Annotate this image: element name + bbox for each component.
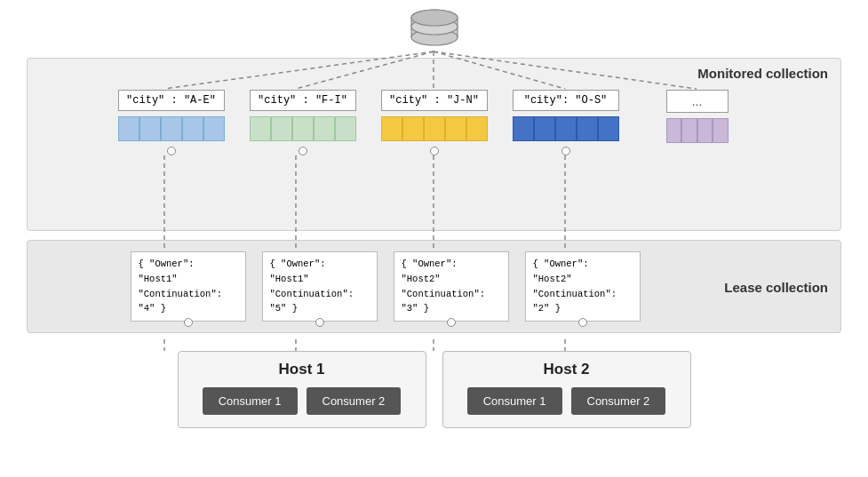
svg-point-6 <box>411 10 458 26</box>
dot-connector-os <box>561 147 570 155</box>
lease-card-4-line1: { "Owner": "Host2" <box>533 257 633 287</box>
partition-jn-card: "city" : "J-N" <box>377 90 492 155</box>
partition-os-card: "city": "O-S" <box>508 90 624 155</box>
block <box>513 116 534 141</box>
lease-card-3-wrapper: { "Owner": "Host2" "Continuation": "3" } <box>394 251 509 322</box>
lease-card-2-wrapper: { "Owner": "Host1" "Continuation": "5" } <box>262 251 378 322</box>
host-1-consumer-1-button[interactable]: Consumer 1 <box>203 387 298 415</box>
host-1-consumer-2-button[interactable]: Consumer 2 <box>307 387 402 415</box>
lease-card-2-line1: { "Owner": "Host1" <box>270 257 370 287</box>
lease-card-2-line2: "Continuation": "5" } <box>270 287 370 317</box>
block <box>139 116 161 141</box>
block <box>271 116 292 141</box>
lease-card-3: { "Owner": "Host2" "Continuation": "3" } <box>394 251 509 322</box>
partition-fi-card: "city" : "F-I" <box>245 90 361 155</box>
host-1-title: Host 1 <box>191 361 413 378</box>
lease-card-4: { "Owner": "Host2" "Continuation": "2" } <box>525 251 641 322</box>
lease-card-1-line1: { "Owner": "Host1" <box>139 257 238 287</box>
partition-os-blocks <box>513 116 619 141</box>
block <box>555 116 577 141</box>
block-hatched <box>203 116 225 141</box>
host-2-box: Host 2 Consumer 1 Consumer 2 <box>442 351 691 428</box>
lease-card-1-wrapper: { "Owner": "Host1" "Continuation": "4" } <box>131 251 246 322</box>
block <box>314 116 335 141</box>
partition-jn-blocks <box>381 116 488 141</box>
monitored-collection-label: Monitored collection <box>697 66 828 81</box>
host-1-box: Host 1 Consumer 1 Consumer 2 <box>178 351 426 428</box>
lease-collection-box: Lease collection { "Owner": "Host1" "Con… <box>27 240 841 333</box>
dot-connector-fi <box>299 147 307 155</box>
block <box>577 116 598 141</box>
partition-jn-label: "city" : "J-N" <box>381 90 488 111</box>
host-2-title: Host 2 <box>456 361 678 378</box>
block <box>118 116 139 141</box>
database-icon-container <box>408 9 461 53</box>
host-2-consumers-row: Consumer 1 Consumer 2 <box>456 387 678 415</box>
hosts-row: Host 1 Consumer 1 Consumer 2 Host 2 Cons… <box>27 351 841 428</box>
lease-dot-3 <box>447 318 456 327</box>
block <box>681 118 697 143</box>
block-hatched <box>335 116 356 141</box>
block <box>250 116 271 141</box>
dot-connector-ae <box>167 147 176 155</box>
partition-etc-blocks <box>666 118 729 143</box>
block <box>424 116 445 141</box>
lease-dot-4 <box>578 318 587 327</box>
lease-card-1: { "Owner": "Host1" "Continuation": "4" } <box>131 251 246 322</box>
monitored-collection-box: Monitored collection "city" : "A-E" "cit… <box>27 58 841 231</box>
partition-ae-label: "city" : "A-E" <box>118 90 225 111</box>
partition-ae-blocks <box>118 116 225 141</box>
lease-card-3-line1: { "Owner": "Host2" <box>402 257 501 287</box>
block <box>445 116 466 141</box>
dot-connector-jn <box>430 147 439 155</box>
partition-etc-label: ... <box>666 90 729 113</box>
lease-card-3-line2: "Continuation": "3" } <box>402 287 501 317</box>
block <box>381 116 402 141</box>
partition-fi-label: "city" : "F-I" <box>250 90 356 111</box>
partition-etc-card: ... <box>640 90 755 143</box>
host-1-consumers-row: Consumer 1 Consumer 2 <box>191 387 413 415</box>
host-2-consumer-2-button[interactable]: Consumer 2 <box>571 387 666 415</box>
block <box>402 116 424 141</box>
partition-os-label: "city": "O-S" <box>513 90 619 111</box>
block <box>534 116 555 141</box>
block <box>697 118 713 143</box>
partition-ae-card: "city" : "A-E" <box>114 90 229 155</box>
lease-card-1-line2: "Continuation": "4" } <box>139 287 238 317</box>
block-hatched <box>598 116 619 141</box>
host-2-consumer-1-button[interactable]: Consumer 1 <box>467 387 562 415</box>
lease-card-4-wrapper: { "Owner": "Host2" "Continuation": "2" } <box>525 251 641 322</box>
block-hatched <box>466 116 488 141</box>
block <box>292 116 314 141</box>
lease-dot-2 <box>315 318 324 327</box>
block <box>182 116 203 141</box>
database-icon <box>408 9 461 53</box>
diagram-container: Monitored collection "city" : "A-E" "cit… <box>0 0 868 477</box>
lease-collection-label: Lease collection <box>724 279 828 294</box>
lease-dot-1 <box>184 318 193 327</box>
lease-cards-row: { "Owner": "Host1" "Continuation": "4" }… <box>36 251 734 322</box>
partition-fi-blocks <box>250 116 356 141</box>
partitions-row: "city" : "A-E" "city" : "F-I" <box>45 90 823 155</box>
block-hatched <box>713 118 729 143</box>
block <box>161 116 182 141</box>
block <box>666 118 682 143</box>
lease-card-2: { "Owner": "Host1" "Continuation": "5" } <box>262 251 378 322</box>
lease-card-4-line2: "Continuation": "2" } <box>533 287 633 317</box>
